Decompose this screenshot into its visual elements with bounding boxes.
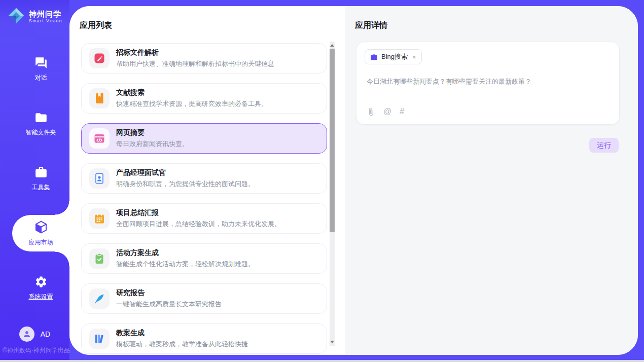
app-card-list: 招标文件解析 帮助用户快速、准确地理解和解析招标书中的关键信息 文献搜索 快速精… <box>81 43 327 355</box>
prompt-toolbar: @# <box>367 107 404 116</box>
books-icon <box>89 329 110 349</box>
app-card[interactable]: 产品经理面试官 明确身份和职责，为您提供专业性的面试问题。 <box>81 163 327 194</box>
interview-icon <box>89 168 110 189</box>
app-card-title: 研究报告 <box>116 288 222 298</box>
calendar-icon <box>89 208 110 229</box>
user-row[interactable]: AD <box>0 327 69 342</box>
app-card-desc: 智能生成个性化活动方案，轻松解决规划难题。 <box>116 260 255 269</box>
briefcase-icon <box>34 166 48 179</box>
cube-icon <box>34 220 48 234</box>
app-list-title: 应用列表 <box>80 20 112 31</box>
app-card-title: 活动方案生成 <box>116 248 255 258</box>
app-card-title: 招标文件解析 <box>116 48 274 57</box>
app-card-desc: 明确身份和职责，为您提供专业性的面试问题。 <box>116 179 255 189</box>
sidebar-item-label: 应用市场 <box>29 238 53 247</box>
app-card-title: 网页摘要 <box>116 128 189 137</box>
app-card-desc: 快速精准查找学术资源，提高研究效率的必备工具。 <box>116 99 268 108</box>
sidebar-item-label: 工具集 <box>32 183 50 192</box>
sidebar-item-tools[interactable]: 工具集 <box>12 160 69 197</box>
paperclip-icon[interactable] <box>367 107 375 116</box>
app-card-title: 教案生成 <box>116 329 248 338</box>
app-card[interactable]: 招标文件解析 帮助用户快速、准确地理解和解析招标书中的关键信息 <box>81 43 327 74</box>
scroll-up-icon[interactable] <box>330 44 334 47</box>
book-icon <box>89 88 110 108</box>
app-card[interactable]: 项目总结汇报 全面回顾项目进展，总结经验教训，助力未来优化发展。 <box>81 203 327 234</box>
app-card-desc: 每日政府新闻资讯快查。 <box>116 139 189 149</box>
app-detail-title: 应用详情 <box>355 20 387 31</box>
app-card-desc: 全面回顾项目进展，总结经验教训，助力未来优化发展。 <box>116 220 281 229</box>
brand-logo: 神州问学 Smart Vision <box>0 7 69 27</box>
sidebar-item-folders[interactable]: 智能文件夹 <box>12 105 69 142</box>
folder-icon <box>34 111 48 124</box>
sidebar-item-market[interactable]: 应用市场 <box>12 215 69 251</box>
app-card[interactable]: 教案生成 模板驱动，教案秒成，教学准备从此轻松快捷 <box>81 323 327 354</box>
app-card[interactable]: 活动方案生成 智能生成个性化活动方案，轻松解决规划难题。 <box>81 243 327 274</box>
app-card-desc: 模板驱动，教案秒成，教学准备从此轻松快捷 <box>116 340 248 349</box>
app-card[interactable]: 研究报告 一键智能生成高质量长文本研究报告 <box>81 283 327 314</box>
scroll-down-icon[interactable] <box>330 341 334 343</box>
browser-icon <box>89 128 110 149</box>
app-card[interactable]: 网页摘要 每日政府新闻资讯快查。 <box>81 123 327 154</box>
app-detail-panel: 应用详情 Bing搜索 × 今日湖北有哪些新闻要点？有哪些需要关注的最新政策？ … <box>345 6 638 355</box>
sidebar-item-chat[interactable]: 对话 <box>12 51 69 87</box>
prompt-card: Bing搜索 × 今日湖北有哪些新闻要点？有哪些需要关注的最新政策？ @# <box>356 42 620 125</box>
close-icon[interactable]: × <box>412 53 416 61</box>
brand-diamond-icon <box>7 7 25 27</box>
app-card-title: 文献搜索 <box>116 88 268 97</box>
app-list-panel: 应用列表 招标文件解析 帮助用户快速、准确地理解和解析招标书中的关键信息 文献搜… <box>69 6 345 355</box>
hash-icon[interactable]: # <box>400 107 404 116</box>
briefcase-icon <box>370 53 378 61</box>
app-card-title: 项目总结汇报 <box>116 208 281 218</box>
sidebar: 神州问学 Smart Vision 对话 智能文件夹 工具集 应用市场 系统设置… <box>0 0 69 360</box>
quill-icon <box>89 288 110 309</box>
sidebar-item-label: 系统设置 <box>29 293 53 301</box>
app-window: 神州问学 Smart Vision 对话 智能文件夹 工具集 应用市场 系统设置… <box>0 0 644 360</box>
scrollbar[interactable] <box>330 42 335 346</box>
app-card-desc: 一键智能生成高质量长文本研究报告 <box>116 300 222 309</box>
app-card-desc: 帮助用户快速、准确地理解和解析招标书中的关键信息 <box>116 59 274 68</box>
content-area: 应用列表 招标文件解析 帮助用户快速、准确地理解和解析招标书中的关键信息 文献搜… <box>69 6 638 355</box>
prompt-input[interactable]: 今日湖北有哪些新闻要点？有哪些需要关注的最新政策？ <box>367 77 609 87</box>
copyright-footer: ©神州数码·神州问学出品 <box>3 346 70 355</box>
clipboard-check-icon <box>89 248 110 269</box>
scrollbar-thumb[interactable] <box>330 49 335 232</box>
sidebar-item-label: 智能文件夹 <box>26 128 56 137</box>
pen-square-icon <box>89 48 110 68</box>
avatar <box>19 327 34 342</box>
user-name: AD <box>41 330 50 338</box>
sidebar-item-label: 对话 <box>35 74 47 82</box>
at-icon[interactable]: @ <box>383 107 391 116</box>
run-button[interactable]: 运行 <box>589 138 619 153</box>
tool-chip-label: Bing搜索 <box>381 52 408 61</box>
brand-name: 神州问学 <box>29 10 62 18</box>
sidebar-item-settings[interactable]: 系统设置 <box>12 270 69 306</box>
gear-icon <box>34 275 48 288</box>
tool-chip-bing[interactable]: Bing搜索 × <box>365 49 422 64</box>
app-card-title: 产品经理面试官 <box>116 168 255 177</box>
chat-icon <box>34 56 48 69</box>
app-card[interactable]: 文献搜索 快速精准查找学术资源，提高研究效率的必备工具。 <box>81 83 327 114</box>
brand-tagline: Smart Vision <box>29 19 62 24</box>
